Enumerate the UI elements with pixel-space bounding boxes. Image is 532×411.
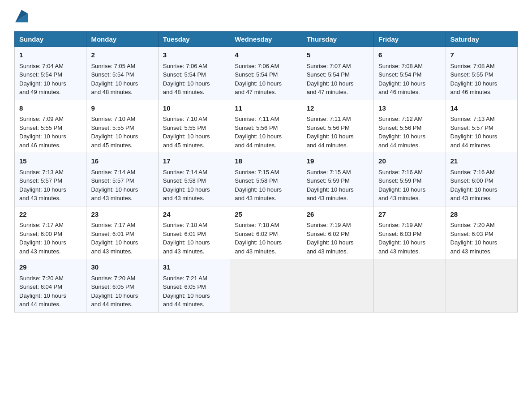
calendar-cell: 1 Sunrise: 7:04 AMSunset: 5:54 PMDayligh… xyxy=(15,47,86,100)
calendar-cell: 10 Sunrise: 7:10 AMSunset: 5:55 PMDaylig… xyxy=(158,100,230,153)
calendar-cell: 8 Sunrise: 7:09 AMSunset: 5:55 PMDayligh… xyxy=(15,100,86,153)
day-info: Sunrise: 7:13 AMSunset: 5:57 PMDaylight:… xyxy=(19,169,66,202)
day-header-tuesday: Tuesday xyxy=(158,32,230,47)
day-header-wednesday: Wednesday xyxy=(230,32,302,47)
day-info: Sunrise: 7:14 AMSunset: 5:58 PMDaylight:… xyxy=(163,169,210,202)
day-number: 24 xyxy=(163,210,225,220)
calendar-cell: 6 Sunrise: 7:08 AMSunset: 5:54 PMDayligh… xyxy=(374,47,446,100)
days-header-row: SundayMondayTuesdayWednesdayThursdayFrid… xyxy=(15,32,518,47)
calendar-cell: 19 Sunrise: 7:15 AMSunset: 5:59 PMDaylig… xyxy=(302,153,373,206)
day-number: 22 xyxy=(19,210,82,220)
day-number: 14 xyxy=(450,103,513,114)
calendar-table: SundayMondayTuesdayWednesdayThursdayFrid… xyxy=(14,31,518,313)
calendar-cell: 5 Sunrise: 7:07 AMSunset: 5:54 PMDayligh… xyxy=(302,47,373,100)
calendar-cell: 22 Sunrise: 7:17 AMSunset: 6:00 PMDaylig… xyxy=(15,206,86,259)
day-info: Sunrise: 7:18 AMSunset: 6:01 PMDaylight:… xyxy=(163,222,210,255)
calendar-week-row: 15 Sunrise: 7:13 AMSunset: 5:57 PMDaylig… xyxy=(15,153,518,206)
day-header-sunday: Sunday xyxy=(15,32,86,47)
day-info: Sunrise: 7:07 AMSunset: 5:54 PMDaylight:… xyxy=(307,63,354,96)
day-info: Sunrise: 7:05 AMSunset: 5:54 PMDaylight:… xyxy=(91,63,138,96)
calendar-week-row: 22 Sunrise: 7:17 AMSunset: 6:00 PMDaylig… xyxy=(15,206,518,259)
day-number: 10 xyxy=(163,103,225,114)
page-header xyxy=(14,11,518,23)
day-number: 26 xyxy=(307,210,369,220)
day-info: Sunrise: 7:15 AMSunset: 5:59 PMDaylight:… xyxy=(307,169,354,202)
day-number: 15 xyxy=(19,156,82,167)
calendar-cell: 26 Sunrise: 7:19 AMSunset: 6:02 PMDaylig… xyxy=(302,206,373,259)
calendar-cell xyxy=(446,259,517,313)
day-info: Sunrise: 7:11 AMSunset: 5:56 PMDaylight:… xyxy=(307,116,354,149)
day-info: Sunrise: 7:08 AMSunset: 5:55 PMDaylight:… xyxy=(450,63,498,96)
day-info: Sunrise: 7:13 AMSunset: 5:57 PMDaylight:… xyxy=(450,116,498,149)
day-info: Sunrise: 7:10 AMSunset: 5:55 PMDaylight:… xyxy=(163,116,210,149)
day-number: 30 xyxy=(91,262,153,273)
day-info: Sunrise: 7:19 AMSunset: 6:03 PMDaylight:… xyxy=(378,222,425,255)
day-number: 19 xyxy=(307,156,369,167)
day-info: Sunrise: 7:19 AMSunset: 6:02 PMDaylight:… xyxy=(307,222,354,255)
day-info: Sunrise: 7:06 AMSunset: 5:54 PMDaylight:… xyxy=(163,63,210,96)
day-number: 20 xyxy=(378,156,441,167)
day-header-friday: Friday xyxy=(374,32,446,47)
calendar-cell: 17 Sunrise: 7:14 AMSunset: 5:58 PMDaylig… xyxy=(158,153,230,206)
day-info: Sunrise: 7:04 AMSunset: 5:54 PMDaylight:… xyxy=(19,63,66,96)
calendar-cell: 15 Sunrise: 7:13 AMSunset: 5:57 PMDaylig… xyxy=(15,153,86,206)
day-number: 6 xyxy=(378,50,441,60)
calendar-cell: 28 Sunrise: 7:20 AMSunset: 6:03 PMDaylig… xyxy=(446,206,517,259)
day-info: Sunrise: 7:20 AMSunset: 6:05 PMDaylight:… xyxy=(91,275,138,308)
day-info: Sunrise: 7:16 AMSunset: 5:59 PMDaylight:… xyxy=(378,169,425,202)
calendar-cell: 7 Sunrise: 7:08 AMSunset: 5:55 PMDayligh… xyxy=(446,47,517,100)
calendar-cell: 25 Sunrise: 7:18 AMSunset: 6:02 PMDaylig… xyxy=(230,206,302,259)
day-info: Sunrise: 7:20 AMSunset: 6:03 PMDaylight:… xyxy=(450,222,498,255)
day-info: Sunrise: 7:14 AMSunset: 5:57 PMDaylight:… xyxy=(91,169,138,202)
calendar-cell: 30 Sunrise: 7:20 AMSunset: 6:05 PMDaylig… xyxy=(86,259,158,313)
calendar-cell: 14 Sunrise: 7:13 AMSunset: 5:57 PMDaylig… xyxy=(446,100,517,153)
calendar-cell: 13 Sunrise: 7:12 AMSunset: 5:56 PMDaylig… xyxy=(374,100,446,153)
day-info: Sunrise: 7:21 AMSunset: 6:05 PMDaylight:… xyxy=(163,275,210,308)
calendar-cell: 11 Sunrise: 7:11 AMSunset: 5:56 PMDaylig… xyxy=(230,100,302,153)
day-info: Sunrise: 7:10 AMSunset: 5:55 PMDaylight:… xyxy=(91,116,138,149)
day-number: 12 xyxy=(307,103,369,114)
day-info: Sunrise: 7:09 AMSunset: 5:55 PMDaylight:… xyxy=(19,116,66,149)
calendar-cell: 20 Sunrise: 7:16 AMSunset: 5:59 PMDaylig… xyxy=(374,153,446,206)
day-info: Sunrise: 7:16 AMSunset: 6:00 PMDaylight:… xyxy=(450,169,498,202)
day-number: 13 xyxy=(378,103,441,114)
calendar-week-row: 8 Sunrise: 7:09 AMSunset: 5:55 PMDayligh… xyxy=(15,100,518,153)
day-number: 8 xyxy=(19,103,82,114)
calendar-cell: 29 Sunrise: 7:20 AMSunset: 6:04 PMDaylig… xyxy=(15,259,86,313)
day-number: 23 xyxy=(91,210,153,220)
logo xyxy=(14,11,29,23)
calendar-cell: 24 Sunrise: 7:18 AMSunset: 6:01 PMDaylig… xyxy=(158,206,230,259)
day-info: Sunrise: 7:17 AMSunset: 6:01 PMDaylight:… xyxy=(91,222,138,255)
day-header-thursday: Thursday xyxy=(302,32,373,47)
calendar-cell: 9 Sunrise: 7:10 AMSunset: 5:55 PMDayligh… xyxy=(86,100,158,153)
day-info: Sunrise: 7:08 AMSunset: 5:54 PMDaylight:… xyxy=(378,63,425,96)
calendar-cell: 4 Sunrise: 7:06 AMSunset: 5:54 PMDayligh… xyxy=(230,47,302,100)
day-number: 5 xyxy=(307,50,369,60)
day-number: 16 xyxy=(91,156,153,167)
day-number: 27 xyxy=(378,210,441,220)
calendar-cell xyxy=(302,259,373,313)
day-number: 25 xyxy=(235,210,297,220)
day-number: 1 xyxy=(19,50,82,60)
logo-icon xyxy=(15,10,28,22)
day-info: Sunrise: 7:15 AMSunset: 5:58 PMDaylight:… xyxy=(235,169,282,202)
calendar-week-row: 1 Sunrise: 7:04 AMSunset: 5:54 PMDayligh… xyxy=(15,47,518,100)
day-info: Sunrise: 7:20 AMSunset: 6:04 PMDaylight:… xyxy=(19,275,66,308)
day-number: 31 xyxy=(163,262,225,273)
calendar-cell xyxy=(230,259,302,313)
day-number: 3 xyxy=(163,50,225,60)
day-number: 4 xyxy=(235,50,297,60)
day-number: 21 xyxy=(450,156,513,167)
calendar-cell: 16 Sunrise: 7:14 AMSunset: 5:57 PMDaylig… xyxy=(86,153,158,206)
calendar-cell: 27 Sunrise: 7:19 AMSunset: 6:03 PMDaylig… xyxy=(374,206,446,259)
day-info: Sunrise: 7:12 AMSunset: 5:56 PMDaylight:… xyxy=(378,116,425,149)
day-number: 7 xyxy=(450,50,513,60)
day-number: 2 xyxy=(91,50,153,60)
day-number: 18 xyxy=(235,156,297,167)
day-number: 28 xyxy=(450,210,513,220)
calendar-cell: 23 Sunrise: 7:17 AMSunset: 6:01 PMDaylig… xyxy=(86,206,158,259)
calendar-cell: 21 Sunrise: 7:16 AMSunset: 6:00 PMDaylig… xyxy=(446,153,517,206)
day-info: Sunrise: 7:06 AMSunset: 5:54 PMDaylight:… xyxy=(235,63,282,96)
calendar-cell: 31 Sunrise: 7:21 AMSunset: 6:05 PMDaylig… xyxy=(158,259,230,313)
day-number: 11 xyxy=(235,103,297,114)
